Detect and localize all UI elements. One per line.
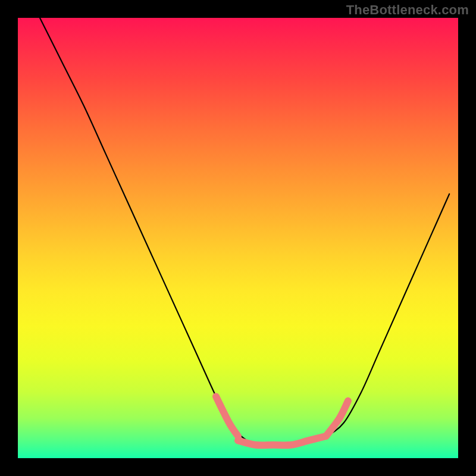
bottom-pink-segment (238, 436, 326, 445)
bottleneck-curve (40, 18, 449, 445)
right-pink-segment (326, 401, 348, 436)
highlight-segments (216, 396, 348, 445)
left-pink-segment (216, 396, 238, 436)
watermark-text: TheBottleneck.com (346, 2, 469, 18)
curve-group (40, 18, 449, 445)
chart-svg (18, 18, 458, 458)
chart-frame: TheBottleneck.com (0, 0, 476, 476)
